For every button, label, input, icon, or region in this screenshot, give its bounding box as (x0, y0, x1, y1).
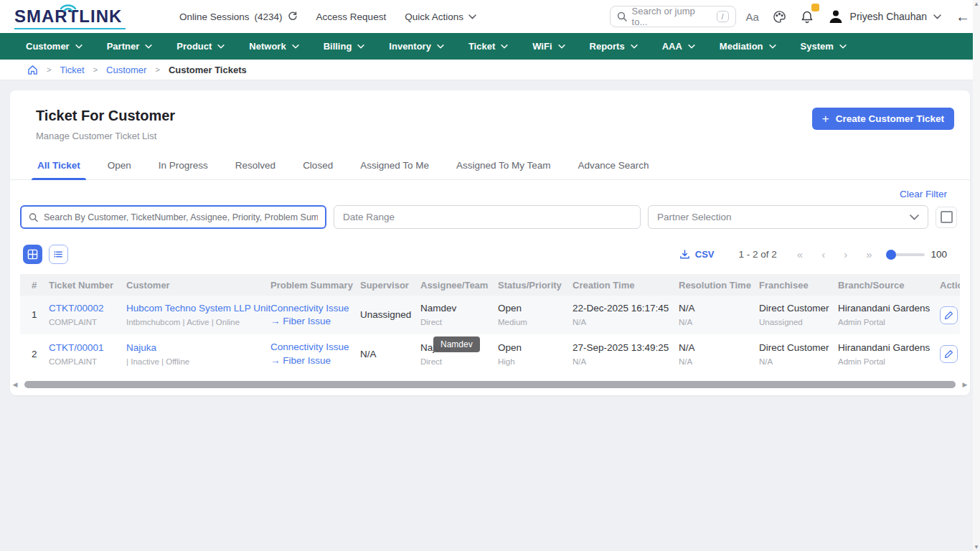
global-search-input[interactable]: Search or jump to... / (610, 6, 736, 27)
partner-selection-dropdown[interactable]: Partner Selection (648, 205, 928, 229)
smartlink-logo[interactable]: SMARTLINK (14, 6, 136, 27)
search-shortcut-key: / (717, 11, 729, 22)
home-icon[interactable] (27, 65, 38, 75)
chevron-down-icon (501, 44, 508, 49)
col-problem-summary: Problem Summary (270, 274, 360, 296)
tab-open[interactable]: Open (106, 156, 133, 179)
scrollbar-track[interactable] (20, 381, 960, 388)
ticket-number-link[interactable]: CTKT/00002 (49, 302, 121, 315)
nav-label: Product (176, 41, 212, 52)
tab-in-progress[interactable]: In Progress (157, 156, 209, 179)
nav-item-network[interactable]: Network (249, 41, 298, 52)
wifi-icon (59, 2, 77, 12)
nav-item-reports[interactable]: Reports (590, 41, 638, 52)
problem-summary-link[interactable]: Connectivity Issue (270, 302, 354, 315)
collapse-arrow-icon[interactable]: ← (956, 9, 970, 25)
search-icon (29, 212, 38, 222)
nav-item-mediation[interactable]: Mediation (720, 41, 776, 52)
problem-subcategory-link[interactable]: → Fiber Issue (270, 354, 354, 367)
tab-all-ticket[interactable]: All Ticket (36, 156, 82, 179)
access-request[interactable]: Access Request (316, 11, 387, 22)
quick-actions[interactable]: Quick Actions (405, 11, 476, 22)
col-action: Action (940, 274, 960, 296)
tab-closed[interactable]: Closed (301, 156, 334, 179)
scrollbar-thumb[interactable] (24, 381, 956, 388)
date-range-placeholder: Date Range (343, 212, 395, 222)
franchisee-sub: Unassigned (759, 317, 832, 328)
tab-assigned-to-my-team[interactable]: Assigned To My Team (455, 156, 552, 179)
ticket-number-link[interactable]: CTKT/00001 (49, 342, 121, 354)
refresh-icon[interactable] (288, 11, 298, 22)
page-size-slider: 100 (887, 249, 947, 260)
download-icon (679, 249, 690, 260)
global-search-placeholder: Search or jump to... (632, 6, 712, 27)
col-assignee-team: Assignee/Team (420, 274, 498, 296)
nav-item-inventory[interactable]: Inventory (389, 41, 444, 52)
export-csv-button[interactable]: CSV (679, 249, 715, 260)
nav-item-wifi[interactable]: WiFi (532, 41, 565, 52)
assignee-team: Direct (420, 317, 492, 328)
edit-ticket-button[interactable] (940, 306, 958, 324)
user-menu[interactable]: Priyesh Chauhan (828, 9, 941, 24)
creation-time-sub: N/A (573, 317, 673, 328)
ticket-tabs: All Ticket Open In Progress Resolved Clo… (10, 141, 970, 180)
vertical-scrollbar[interactable]: ▲ ▼ (973, 0, 980, 551)
scroll-up-arrow[interactable]: ▲ (973, 1, 980, 7)
pagination-next-button[interactable]: › (844, 248, 847, 260)
scroll-right-arrow[interactable]: ▶ (961, 381, 969, 388)
list-view-button[interactable] (49, 245, 68, 264)
tab-resolved[interactable]: Resolved (234, 156, 277, 179)
breadcrumb-link-customer[interactable]: Customer (106, 65, 146, 75)
nav-item-aaa[interactable]: AAA (662, 41, 695, 52)
font-size-toggle[interactable]: Aa (742, 6, 763, 27)
nav-item-product[interactable]: Product (176, 41, 225, 52)
pagination-prev-button[interactable]: ‹ (821, 248, 825, 260)
grid-view-button[interactable] (23, 245, 42, 264)
nav-item-partner[interactable]: Partner (107, 41, 153, 52)
col-customer: Customer (126, 274, 270, 296)
breadcrumb-separator: > (93, 65, 98, 74)
breadcrumb-link-ticket[interactable]: Ticket (60, 65, 84, 75)
nav-label: Customer (26, 41, 70, 52)
breadcrumb: > Ticket > Customer > Customer Tickets (0, 60, 980, 80)
scroll-down-arrow[interactable]: ▼ (973, 544, 980, 550)
date-range-input[interactable]: Date Range (334, 205, 641, 229)
theme-palette-icon[interactable] (769, 6, 791, 27)
partner-filter-checkbox[interactable] (941, 211, 953, 223)
notifications-bell-icon[interactable] (796, 6, 818, 27)
chevron-down-icon (558, 44, 565, 49)
nav-item-billing[interactable]: Billing (324, 41, 365, 52)
page-subtitle: Manage Customer Ticket List (36, 131, 175, 141)
tab-advance-search[interactable]: Advance Search (577, 156, 651, 179)
tab-assigned-to-me[interactable]: Assigned To Me (359, 156, 430, 179)
clear-filter-link[interactable]: Clear Filter (900, 189, 947, 199)
slider-track[interactable] (887, 253, 925, 256)
back-arrow-glyph: ← (956, 9, 970, 24)
pagination-first-button[interactable]: « (797, 248, 803, 260)
online-sessions[interactable]: Online Sessions (4234) (179, 11, 298, 22)
assignee-team: Direct (420, 357, 492, 367)
ticket-search-input[interactable]: Search By Customer, TicketNumber, Assign… (20, 205, 326, 229)
scroll-left-arrow[interactable]: ◀ (11, 381, 19, 388)
pagination-last-button[interactable]: » (866, 248, 872, 260)
nav-label: WiFi (532, 41, 552, 52)
filter-row: Search By Customer, TicketNumber, Assign… (10, 205, 970, 229)
problem-summary-link[interactable]: Connectivity Issue (270, 341, 354, 354)
table-row: 2 CTKT/00001 COMPLAINT Najuka | Inactive… (20, 334, 960, 373)
edit-ticket-button[interactable] (940, 345, 958, 363)
chevron-down-icon (75, 44, 83, 49)
customer-link[interactable]: Hubcom Techno System LLP Unit (126, 302, 265, 315)
slider-handle[interactable] (886, 250, 896, 260)
nav-item-customer[interactable]: Customer (26, 41, 83, 52)
nav-item-system[interactable]: System (801, 41, 847, 52)
pencil-icon (944, 311, 953, 320)
partner-filter-checkbox-wrap (936, 207, 957, 228)
breadcrumb-separator: > (155, 65, 159, 74)
col-resolution-time: Resolution Time (679, 274, 759, 296)
page-title: Ticket For Customer (36, 108, 175, 124)
nav-item-ticket[interactable]: Ticket (468, 41, 508, 52)
problem-subcategory-link[interactable]: → Fiber Issue (270, 315, 354, 328)
create-customer-ticket-button[interactable]: + Create Customer Ticket (812, 108, 954, 130)
nav-label: Network (249, 41, 286, 52)
customer-link[interactable]: Najuka (126, 342, 265, 354)
